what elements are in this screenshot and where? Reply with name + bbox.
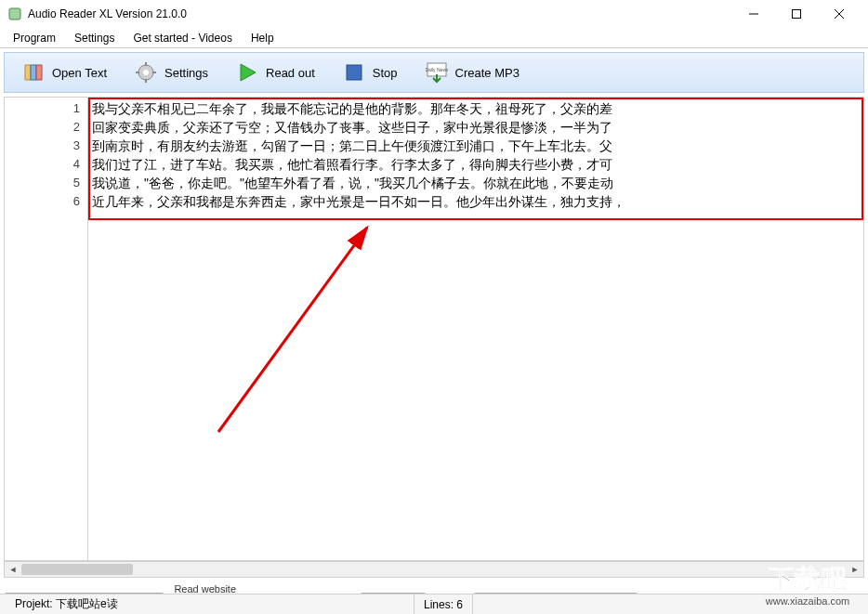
minimize-button[interactable] — [732, 0, 775, 28]
toolbar: Open Text Settings Read out Stop Daily N… — [4, 52, 864, 93]
line-number: 2 — [5, 118, 80, 137]
mp3-icon: Daily News — [426, 61, 448, 84]
window-title: Audio Reader XL Version 21.0.0 — [28, 7, 732, 20]
editor-line: 我与父亲不相见已二年余了，我最不能忘记的是他的背影。那年冬天，祖母死了，父亲的差 — [92, 99, 860, 118]
menu-program[interactable]: Program — [6, 30, 63, 46]
svg-rect-0 — [9, 8, 20, 20]
text-editor[interactable]: 我与父亲不相见已二年余了，我最不能忘记的是他的背影。那年冬天，祖母死了，父亲的差… — [88, 98, 863, 560]
status-project: Projekt: 下载吧站e读 — [6, 594, 414, 614]
editor-line: 回家变卖典质，父亲还了亏空；又借钱办了丧事。这些日子，家中光景很是惨淡，一半为了 — [92, 118, 860, 137]
line-number: 6 — [5, 192, 80, 211]
scroll-right-icon[interactable]: ► — [847, 562, 863, 577]
status-lines: Lines: 6 — [414, 594, 473, 614]
svg-rect-2 — [793, 10, 801, 19]
settings-label: Settings — [164, 66, 208, 80]
editor-line: 我说道，"爸爸，你走吧。"他望车外看了看，说，"我买几个橘子去。你就在此地，不要… — [92, 174, 860, 192]
read-out-button[interactable]: Read out — [228, 57, 331, 88]
scroll-left-icon[interactable]: ◄ — [5, 562, 21, 577]
create-mp3-button[interactable]: Daily News Create MP3 — [417, 57, 535, 88]
editor-line: 近几年来，父亲和我都是东奔西走，家中光景是一日不如一日。他少年出外谋生，独力支持… — [92, 192, 860, 211]
title-bar: Audio Reader XL Version 21.0.0 — [0, 0, 868, 28]
editor-wrap: 我与父亲不相见已二年余了，我最不能忘记的是他的背影。那年冬天，祖母死了，父亲的差… — [88, 98, 863, 560]
stop-label: Stop — [373, 66, 398, 80]
svg-text:Daily News: Daily News — [426, 67, 448, 72]
line-number: 3 — [5, 137, 80, 155]
create-mp3-label: Create MP3 — [455, 66, 519, 80]
editor-line: 到南京时，有朋友约去游逛，勾留了一日；第二日上午便须渡江到浦口，下午上车北去。父 — [92, 137, 860, 155]
window-controls — [732, 0, 861, 28]
menu-help[interactable]: Help — [243, 30, 282, 46]
menu-getstarted[interactable]: Get started - Videos — [125, 30, 240, 46]
close-button[interactable] — [818, 0, 861, 28]
editor-line: 我们过了江，进了车站。我买票，他忙着照看行李。行李太多了，得向脚夫行些小费，才可 — [92, 155, 860, 174]
svg-rect-11 — [347, 65, 362, 80]
status-bar: Projekt: 下载吧站e读 Lines: 6 — [0, 594, 868, 614]
line-number-gutter: 1 2 3 4 5 6 — [5, 98, 88, 560]
play-icon — [236, 61, 258, 84]
scrollbar-thumb[interactable] — [21, 564, 133, 575]
settings-button[interactable]: Settings — [126, 57, 224, 88]
app-icon — [7, 7, 22, 21]
line-number: 5 — [5, 174, 80, 192]
open-text-label: Open Text — [52, 66, 107, 80]
maximize-button[interactable] — [775, 0, 818, 28]
line-number: 4 — [5, 155, 80, 174]
editor-area: 1 2 3 4 5 6 我与父亲不相见已二年余了，我最不能忘记的是他的背影。那年… — [4, 97, 864, 561]
horizontal-scrollbar[interactable]: ◄ ► — [4, 561, 864, 578]
stop-icon — [343, 61, 365, 84]
gear-icon — [135, 61, 157, 84]
stop-button[interactable]: Stop — [335, 57, 414, 88]
open-text-icon — [22, 61, 45, 84]
menu-bar: Program Settings Get started - Videos He… — [0, 28, 868, 48]
menu-settings[interactable]: Settings — [67, 30, 122, 46]
open-text-button[interactable]: Open Text — [14, 57, 123, 88]
svg-point-6 — [143, 70, 149, 75]
line-number: 1 — [5, 99, 80, 118]
read-out-label: Read out — [266, 66, 315, 80]
